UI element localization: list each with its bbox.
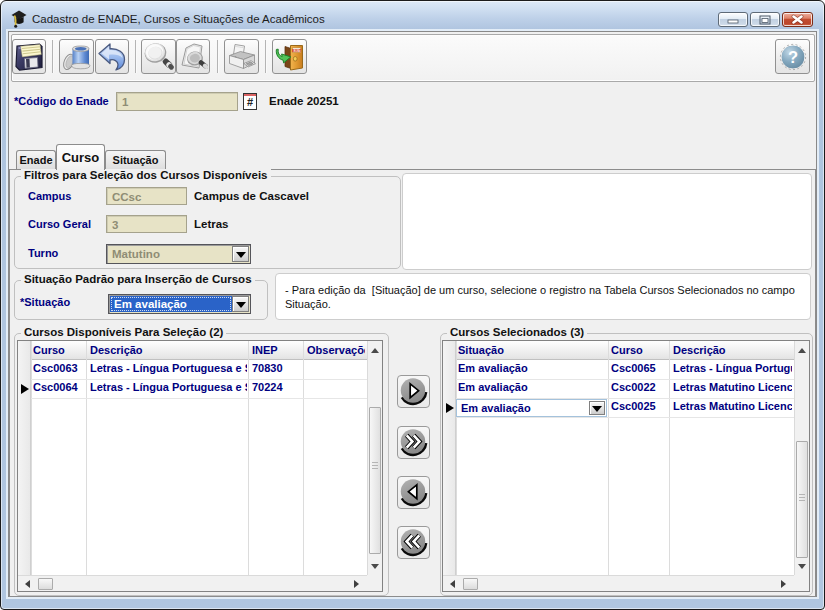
svg-text:?: ? (787, 48, 797, 66)
svg-text:#: # (247, 96, 253, 108)
svg-text:EXIT: EXIT (292, 47, 302, 52)
